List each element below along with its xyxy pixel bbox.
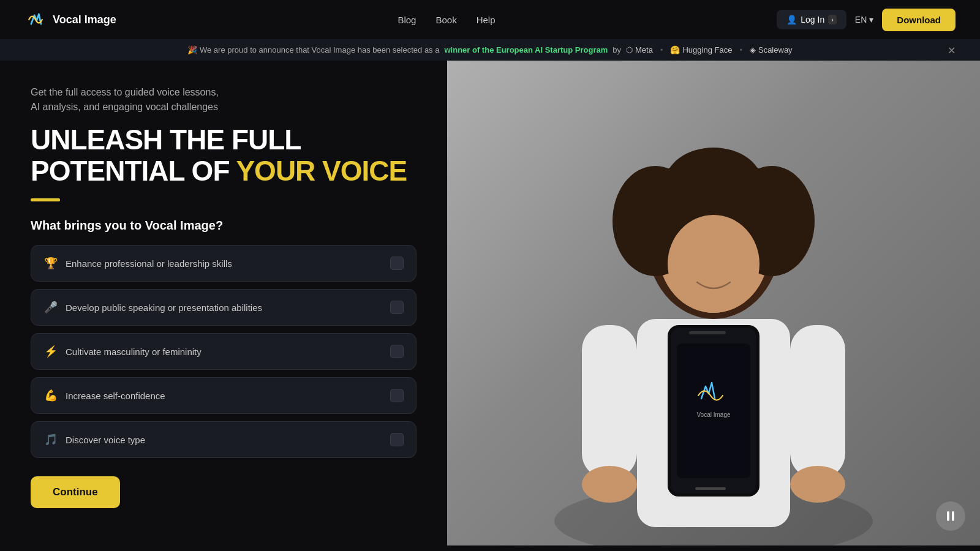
options-list: 🏆 Enhance professional or leadership ski… [31, 245, 417, 458]
svg-point-13 [790, 466, 845, 503]
login-button[interactable]: 👤 Log In › [777, 10, 846, 29]
language-button[interactable]: EN ▾ [855, 15, 873, 24]
question-heading: What brings you to Vocal Image? [31, 219, 417, 233]
right-panel-bg: Vocal Image [447, 61, 980, 545]
option-enhance-label: Enhance professional or leadership skill… [66, 258, 232, 269]
option-masculinity[interactable]: ⚡ Cultivate masculinity or femininity [31, 333, 417, 370]
download-button[interactable]: Download [882, 9, 956, 31]
close-announcement-icon[interactable]: ✕ [948, 44, 956, 56]
option-masculinity-label: Cultivate masculinity or femininity [66, 347, 202, 357]
option-masculinity-left: ⚡ Cultivate masculinity or femininity [43, 345, 202, 358]
option-public-speaking-left: 🎤 Develop public speaking or presentatio… [43, 301, 262, 314]
meta-label: Meta [635, 45, 653, 54]
svg-point-9 [668, 215, 760, 313]
nav-blog[interactable]: Blog [398, 15, 416, 25]
option-public-speaking-label: Develop public speaking or presentation … [66, 302, 262, 313]
partner-huggingface: 🤗 Hugging Face [670, 45, 732, 54]
option-masculinity-icon: ⚡ [43, 345, 58, 358]
svg-rect-16 [689, 331, 726, 334]
logo-text: Vocal Image [53, 13, 116, 26]
option-masculinity-checkbox[interactable] [390, 345, 404, 358]
partner-scaleway: ◈ Scaleway [750, 45, 793, 54]
svg-text:Vocal Image: Vocal Image [696, 411, 730, 418]
scaleway-icon: ◈ [750, 45, 756, 54]
hero-heading: UNLEASH THE FULLPOTENTIAL OF YOUR VOICE [31, 124, 417, 186]
svg-rect-11 [790, 325, 845, 478]
option-confidence-label: Increase self-confidence [66, 391, 165, 401]
announcement-highlight[interactable]: winner of the European AI Startup Progra… [444, 45, 608, 54]
main-layout: Get the full access to guided voice less… [0, 61, 980, 545]
option-public-speaking-checkbox[interactable] [390, 301, 404, 314]
option-confidence-icon: 💪 [43, 389, 58, 402]
svg-point-12 [582, 466, 637, 503]
login-label: Log In [801, 15, 824, 24]
pause-button[interactable] [936, 501, 965, 531]
option-voice-type-icon: 🎵 [43, 433, 58, 446]
dot-2: • [739, 45, 742, 54]
option-public-speaking[interactable]: 🎤 Develop public speaking or presentatio… [31, 289, 417, 326]
huggingface-icon: 🤗 [670, 45, 680, 54]
nav-book[interactable]: Book [435, 15, 456, 25]
logo-icon [24, 9, 47, 31]
right-panel: Vocal Image [447, 61, 980, 545]
announcement-by: by [612, 45, 621, 54]
hero-heading-yellow: YOUR VOICE [236, 155, 407, 187]
person-icon: 👤 [786, 15, 797, 24]
partner-meta: ⬡ Meta [626, 45, 653, 54]
svg-rect-10 [582, 325, 637, 478]
meta-icon: ⬡ [626, 45, 633, 54]
scaleway-label: Scaleway [758, 45, 793, 54]
option-voice-type-left: 🎵 Discover voice type [43, 433, 145, 446]
continue-button[interactable]: Continue [31, 476, 120, 508]
option-confidence[interactable]: 💪 Increase self-confidence [31, 377, 417, 414]
option-voice-type[interactable]: 🎵 Discover voice type [31, 421, 417, 458]
announcement-bar: 🎉 We are proud to announce that Vocal Im… [0, 39, 980, 61]
nav-links: Blog Book Help [398, 15, 495, 25]
option-confidence-left: 💪 Increase self-confidence [43, 389, 165, 402]
option-confidence-checkbox[interactable] [390, 389, 404, 402]
hero-subtitle: Get the full access to guided voice less… [31, 85, 417, 114]
logo-area[interactable]: Vocal Image [24, 9, 116, 31]
option-voice-type-label: Discover voice type [66, 435, 145, 445]
nav-right: 👤 Log In › EN ▾ Download [777, 9, 956, 31]
announcement-text: 🎉 We are proud to announce that Vocal Im… [187, 45, 439, 54]
chevron-down-icon: ▾ [869, 15, 873, 24]
navbar: Vocal Image Blog Book Help 👤 Log In › EN… [0, 0, 980, 39]
svg-rect-17 [677, 343, 750, 478]
option-enhance-left: 🏆 Enhance professional or leadership ski… [43, 257, 232, 270]
chevron-right-icon: › [828, 15, 837, 24]
person-illustration: Vocal Image [447, 62, 980, 545]
option-voice-type-checkbox[interactable] [390, 433, 404, 446]
lang-label: EN [855, 15, 867, 24]
yellow-divider [31, 198, 60, 201]
option-enhance-checkbox[interactable] [390, 257, 404, 270]
option-enhance-icon: 🏆 [43, 257, 58, 270]
pause-icon [947, 511, 954, 521]
option-enhance[interactable]: 🏆 Enhance professional or leadership ski… [31, 245, 417, 282]
dot-1: • [660, 45, 663, 54]
svg-rect-19 [695, 487, 726, 490]
left-panel: Get the full access to guided voice less… [0, 61, 447, 545]
huggingface-label: Hugging Face [682, 45, 732, 54]
nav-help[interactable]: Help [477, 15, 496, 25]
option-public-speaking-icon: 🎤 [43, 301, 58, 314]
